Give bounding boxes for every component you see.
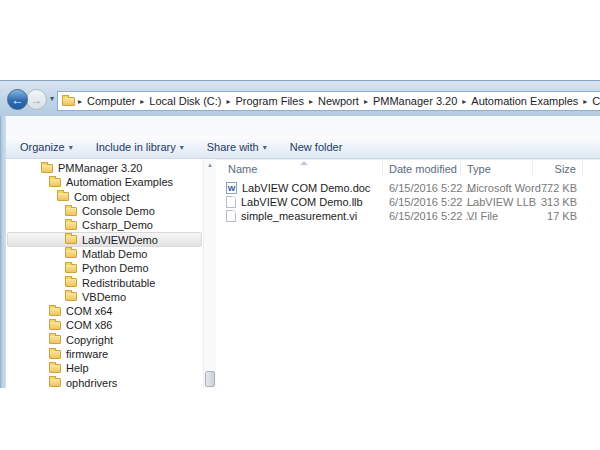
toolbar-button-label: Share with <box>207 141 259 153</box>
breadcrumb-label[interactable]: Com object <box>589 94 600 108</box>
navigation-bar: ← → ▾ ▸ Computer ▸ Local Disk (C:) ▸ Pro… <box>0 80 600 116</box>
folder-icon <box>65 249 77 258</box>
tree-item-label: firmware <box>66 348 108 360</box>
dropdown-caret-icon: ▾ <box>69 143 73 152</box>
file-row-labview-com-demo-llb[interactable]: LabVIEW COM Demo.llb 6/15/2016 5:22 ... … <box>216 195 600 209</box>
breadcrumb-label[interactable]: Computer <box>84 94 138 108</box>
breadcrumb-label[interactable]: Local Disk (C:) <box>146 94 224 108</box>
menu-item-help[interactable] <box>77 124 93 128</box>
tree-item-label: VBDemo <box>82 291 126 303</box>
column-header-date-modified[interactable]: Date modified <box>383 160 461 177</box>
folder-icon <box>57 192 69 201</box>
tree-item-copyright[interactable]: Copyright <box>7 333 202 347</box>
column-header-type[interactable]: Type <box>461 160 533 177</box>
file-name-cell: LabVIEW COM Demo.doc <box>216 182 383 194</box>
tree-item-redistributable[interactable]: Redistributable <box>7 275 202 289</box>
tree-item-csharp-demo[interactable]: Csharp_Demo <box>7 218 202 232</box>
column-header-size[interactable]: Size <box>533 160 583 177</box>
tree-item-label: Automation Examples <box>66 176 173 188</box>
tree-scrollbar[interactable]: ▲ <box>203 159 216 388</box>
tree-item-label: Matlab Demo <box>82 248 147 260</box>
breadcrumb-segment-program-files[interactable]: ▸ Program Files <box>224 94 306 108</box>
folder-icon <box>49 364 61 373</box>
folder-icon <box>49 321 61 330</box>
tree-item-labviewdemo[interactable]: LabVIEWDemo <box>7 232 202 246</box>
breadcrumb-label[interactable]: Automation Examples <box>468 94 581 108</box>
breadcrumb-segment-local-disk-c[interactable]: ▸ Local Disk (C:) <box>138 94 224 108</box>
file-name: LabVIEW COM Demo.llb <box>241 196 363 208</box>
tree-item-label: PMManager 3.20 <box>58 162 142 174</box>
menu-item-tools[interactable] <box>61 124 77 128</box>
folder-tree-pane: PMManager 3.20 Automation Examples Com o… <box>6 159 216 388</box>
tree-item-help[interactable]: Help <box>7 361 202 375</box>
breadcrumb-separator-icon: ▸ <box>224 97 232 106</box>
tree-item-com-x86[interactable]: COM x86 <box>7 318 202 332</box>
breadcrumb-separator-icon: ▸ <box>307 97 315 106</box>
breadcrumb-separator-icon: ▸ <box>581 97 589 106</box>
breadcrumb-label[interactable]: PMManager 3.20 <box>370 94 460 108</box>
toolbar-button-include-in-library[interactable]: Include in library ▾ <box>88 139 192 155</box>
file-type-cell: LabVIEW LLB <box>461 196 533 208</box>
folder-icon <box>65 292 77 301</box>
tree-item-python-demo[interactable]: Python Demo <box>7 261 202 275</box>
breadcrumb-separator-icon: ▸ <box>362 97 370 106</box>
toolbar-button-label: New folder <box>290 141 343 153</box>
menu-item-view[interactable] <box>45 124 61 128</box>
forward-button[interactable]: → <box>26 89 47 110</box>
file-name: LabVIEW COM Demo.doc <box>242 182 370 194</box>
tree-item-com-object[interactable]: Com object <box>7 190 202 204</box>
scroll-up-icon[interactable]: ▲ <box>204 159 216 172</box>
toolbar-button-share-with[interactable]: Share with ▾ <box>199 139 275 155</box>
dropdown-caret-icon: ▾ <box>180 143 184 152</box>
tree-item-label: COM x86 <box>66 319 112 331</box>
scrollbar-thumb[interactable] <box>205 371 215 387</box>
content-area: PMManager 3.20 Automation Examples Com o… <box>6 159 600 388</box>
file-row-simple-measurement-vi[interactable]: simple_measurement.vi 6/15/2016 5:22 ...… <box>216 209 600 223</box>
file-date-cell: 6/15/2016 5:22 ... <box>383 182 461 194</box>
tree-item-console-demo[interactable]: Console Demo <box>7 204 202 218</box>
toolbar-button-new-folder[interactable]: New folder <box>282 139 351 155</box>
breadcrumb-label[interactable]: Newport <box>315 94 362 108</box>
breadcrumb-label[interactable]: Program Files <box>232 94 306 108</box>
menu-item-file[interactable] <box>13 124 29 128</box>
file-row-labview-com-demo-doc[interactable]: LabVIEW COM Demo.doc 6/15/2016 5:22 ... … <box>216 181 600 195</box>
tree-item-vbdemo[interactable]: VBDemo <box>7 290 202 304</box>
folder-icon <box>49 307 61 316</box>
file-name-cell: LabVIEW COM Demo.llb <box>216 196 383 208</box>
explorer-window: ← → ▾ ▸ Computer ▸ Local Disk (C:) ▸ Pro… <box>0 80 600 388</box>
recent-pages-caret-icon[interactable]: ▾ <box>50 94 54 103</box>
folder-icon <box>65 264 77 273</box>
address-bar[interactable]: ▸ Computer ▸ Local Disk (C:) ▸ Program F… <box>57 91 600 111</box>
tree-item-firmware[interactable]: firmware <box>7 347 202 361</box>
breadcrumb-segment-pmmanager-3-20[interactable]: ▸ PMManager 3.20 <box>362 94 460 108</box>
toolbar-button-label: Include in library <box>96 141 176 153</box>
file-icon <box>226 210 236 222</box>
tree-item-com-x64[interactable]: COM x64 <box>7 304 202 318</box>
file-type-cell: Microsoft Word ... <box>461 182 533 194</box>
column-header-row: Name Date modified Type Size <box>216 159 600 177</box>
file-list-pane: Name Date modified Type Size LabVIEW COM… <box>216 159 600 388</box>
breadcrumb-segment-com-object[interactable]: ▸ Com object <box>581 94 600 108</box>
tree-item-label: Copyright <box>66 334 113 346</box>
file-rows: LabVIEW COM Demo.doc 6/15/2016 5:22 ... … <box>216 177 600 224</box>
tree-item-ophdrivers[interactable]: ophdrivers <box>7 375 202 389</box>
folder-icon <box>49 350 61 359</box>
file-name: simple_measurement.vi <box>241 210 357 222</box>
file-date-cell: 6/15/2016 5:22 ... <box>383 196 461 208</box>
breadcrumb-segment-automation-examples[interactable]: ▸ Automation Examples <box>460 94 581 108</box>
breadcrumb-segment-computer[interactable]: ▸ Computer <box>76 94 138 108</box>
tree-item-pmmanager-3-20[interactable]: PMManager 3.20 <box>7 161 202 175</box>
tree-item-automation-examples[interactable]: Automation Examples <box>7 175 202 189</box>
toolbar-button-organize[interactable]: Organize ▾ <box>12 139 81 155</box>
back-button[interactable]: ← <box>7 89 28 110</box>
file-size-cell: 313 KB <box>533 196 583 208</box>
word-document-icon <box>226 182 237 194</box>
breadcrumb-segment-newport[interactable]: ▸ Newport <box>307 94 362 108</box>
breadcrumb-separator-icon: ▸ <box>460 97 468 106</box>
tree-item-label: Console Demo <box>82 205 155 217</box>
tree-item-label: COM x64 <box>66 305 112 317</box>
tree-item-matlab-demo[interactable]: Matlab Demo <box>7 247 202 261</box>
tree-item-label: Help <box>66 362 89 374</box>
file-type-cell: VI File <box>461 210 533 222</box>
menu-item-edit[interactable] <box>29 124 45 128</box>
